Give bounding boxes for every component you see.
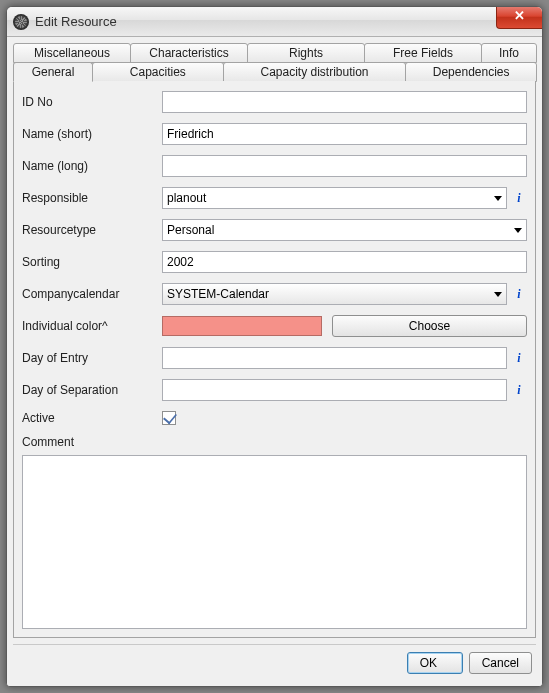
app-icon <box>13 14 29 30</box>
label-id-no: ID No <box>22 95 158 109</box>
window-title: Edit Resource <box>35 14 117 29</box>
tab-free-fields[interactable]: Free Fields <box>364 43 482 63</box>
tab-miscellaneous[interactable]: Miscellaneous <box>13 43 131 63</box>
label-individual-color: Individual color^ <box>22 319 158 333</box>
tab-characteristics[interactable]: Characteristics <box>130 43 248 63</box>
titlebar: Edit Resource ✕ <box>7 7 542 37</box>
label-resourcetype: Resourcetype <box>22 223 158 237</box>
companycalendar-select[interactable]: SYSTEM-Calendar <box>162 283 507 305</box>
active-checkbox[interactable] <box>162 411 176 425</box>
ok-button[interactable]: OK <box>407 652 463 674</box>
choose-color-button[interactable]: Choose <box>332 315 527 337</box>
label-name-short: Name (short) <box>22 127 158 141</box>
day-of-separation-input[interactable] <box>162 379 507 401</box>
label-comment: Comment <box>22 435 158 449</box>
info-icon[interactable]: i <box>511 380 527 400</box>
chevron-down-icon <box>494 292 502 297</box>
dialog-window: Edit Resource ✕ Miscellaneous Characteri… <box>6 6 543 687</box>
sorting-input[interactable] <box>162 251 527 273</box>
color-swatch <box>162 316 322 336</box>
info-icon[interactable]: i <box>511 284 527 304</box>
tab-general[interactable]: General <box>13 62 93 82</box>
label-active: Active <box>22 411 158 425</box>
tab-info[interactable]: Info <box>481 43 537 63</box>
resourcetype-select[interactable]: Personal <box>162 219 527 241</box>
resourcetype-value: Personal <box>167 223 510 237</box>
tab-panel-general: ID No Name (short) Name (long) Responsib… <box>13 81 536 638</box>
info-icon[interactable]: i <box>511 348 527 368</box>
button-bar: OK Cancel <box>13 644 536 680</box>
cancel-button[interactable]: Cancel <box>469 652 532 674</box>
label-sorting: Sorting <box>22 255 158 269</box>
label-name-long: Name (long) <box>22 159 158 173</box>
tab-rights[interactable]: Rights <box>247 43 365 63</box>
tab-capacities[interactable]: Capacities <box>92 62 224 82</box>
responsible-value: planout <box>167 191 490 205</box>
chevron-down-icon <box>514 228 522 233</box>
tab-capacity-distribution[interactable]: Capacity distribution <box>223 62 407 82</box>
chevron-down-icon <box>494 196 502 201</box>
tab-row-1: Miscellaneous Characteristics Rights Fre… <box>13 43 536 63</box>
close-button[interactable]: ✕ <box>496 7 542 29</box>
client-area: Miscellaneous Characteristics Rights Fre… <box>7 37 542 686</box>
responsible-select[interactable]: planout <box>162 187 507 209</box>
label-day-of-separation: Day of Separation <box>22 383 158 397</box>
label-responsible: Responsible <box>22 191 158 205</box>
name-short-input[interactable] <box>162 123 527 145</box>
info-icon[interactable]: i <box>511 188 527 208</box>
name-long-input[interactable] <box>162 155 527 177</box>
tab-row-2: General Capacities Capacity distribution… <box>13 62 536 82</box>
label-day-of-entry: Day of Entry <box>22 351 158 365</box>
tab-area: Miscellaneous Characteristics Rights Fre… <box>13 43 536 638</box>
label-companycalendar: Companycalendar <box>22 287 158 301</box>
comment-textarea[interactable] <box>22 455 527 629</box>
day-of-entry-input[interactable] <box>162 347 507 369</box>
id-no-input[interactable] <box>162 91 527 113</box>
companycalendar-value: SYSTEM-Calendar <box>167 287 490 301</box>
tab-dependencies[interactable]: Dependencies <box>405 62 537 82</box>
